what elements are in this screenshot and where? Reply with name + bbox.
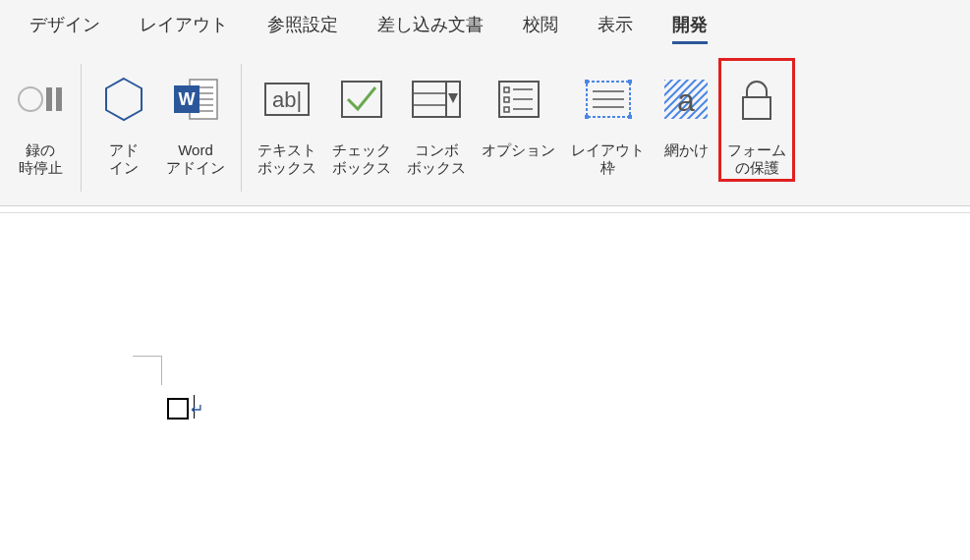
tab-design[interactable]: デザイン xyxy=(10,3,120,46)
svg-rect-25 xyxy=(504,107,509,112)
shading-label: 網かけ xyxy=(664,141,709,159)
combobox-icon xyxy=(409,63,464,136)
page-corner-mark xyxy=(133,356,162,385)
word-addins-button[interactable]: W Word アドイン xyxy=(158,59,233,181)
tab-layout[interactable]: レイアウト xyxy=(120,3,248,46)
combobox-button[interactable]: コンボ ボックス xyxy=(399,59,474,181)
ribbon-tab-bar: デザイン レイアウト 参照設定 差し込み文書 校閲 表示 開発 xyxy=(0,0,970,49)
addins-label: アド イン xyxy=(109,141,139,177)
lock-icon xyxy=(733,63,780,136)
svg-rect-21 xyxy=(504,87,509,92)
svg-point-0 xyxy=(19,87,42,111)
svg-rect-37 xyxy=(743,97,770,119)
hexagon-icon xyxy=(97,63,150,136)
svg-text:W: W xyxy=(179,89,196,109)
combobox-label: コンボ ボックス xyxy=(407,141,466,177)
ribbon-group-forms: ab| テキスト ボックス チェック ボックス xyxy=(242,59,802,181)
options-button[interactable]: オプション xyxy=(474,59,563,163)
document-canvas[interactable]: ↵ xyxy=(0,212,970,560)
svg-rect-23 xyxy=(504,97,509,102)
tab-references[interactable]: 参照設定 xyxy=(248,3,358,46)
svg-marker-17 xyxy=(448,93,458,103)
svg-marker-3 xyxy=(106,79,142,120)
protect-form-button[interactable]: フォーム の保護 xyxy=(719,59,794,181)
ribbon-group-addins: アド イン W Word アドイン xyxy=(82,59,241,181)
svg-rect-31 xyxy=(628,115,632,119)
svg-text:a: a xyxy=(677,83,695,118)
svg-rect-28 xyxy=(585,80,589,84)
svg-text:ab|: ab| xyxy=(272,87,302,112)
protect-form-label: フォーム の保護 xyxy=(727,141,786,177)
tab-developer[interactable]: 開発 xyxy=(653,3,727,46)
checkbox-button[interactable]: チェック ボックス xyxy=(324,59,399,181)
layout-frame-button[interactable]: レイアウト 枠 xyxy=(563,59,653,181)
ribbon-group-macro: 録の 時停止 xyxy=(0,59,81,181)
word-addins-label: Word アドイン xyxy=(166,141,225,177)
svg-rect-1 xyxy=(46,87,52,111)
tab-mailings[interactable]: 差し込み文書 xyxy=(358,3,503,46)
layout-frame-icon xyxy=(581,63,636,136)
paragraph-mark-icon: ↵ xyxy=(191,400,203,419)
options-label: オプション xyxy=(482,141,555,159)
shading-button[interactable]: a 網かけ xyxy=(653,59,719,163)
record-pause-icon xyxy=(16,63,65,136)
ribbon: 録の 時停止 アド イン W xyxy=(0,49,970,206)
shading-icon: a xyxy=(660,63,712,136)
options-list-icon xyxy=(493,63,544,136)
checkbox-label: チェック ボックス xyxy=(332,141,391,177)
tab-view[interactable]: 表示 xyxy=(578,3,653,46)
textbox-button[interactable]: ab| テキスト ボックス xyxy=(250,59,324,181)
textbox-icon: ab| xyxy=(259,63,314,136)
form-checkbox-field[interactable] xyxy=(167,398,189,420)
tab-review[interactable]: 校閲 xyxy=(503,3,578,46)
checkbox-icon xyxy=(336,63,387,136)
record-stop-label: 録の 時停止 xyxy=(19,141,63,177)
word-addins-icon: W xyxy=(168,63,223,136)
svg-rect-2 xyxy=(56,87,62,111)
record-stop-button[interactable]: 録の 時停止 xyxy=(8,59,73,181)
addins-button[interactable]: アド イン xyxy=(89,59,158,181)
svg-rect-30 xyxy=(585,115,589,119)
layout-frame-label: レイアウト 枠 xyxy=(571,141,645,177)
textbox-label: テキスト ボックス xyxy=(257,141,316,177)
svg-rect-29 xyxy=(628,80,632,84)
